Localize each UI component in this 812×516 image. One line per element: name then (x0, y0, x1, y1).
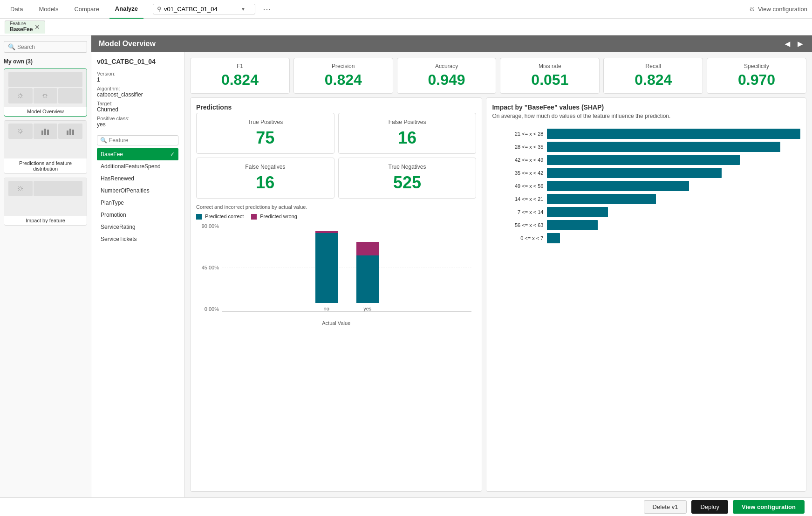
metric-card-miss-rate: Miss rate 0.051 (500, 58, 600, 94)
metric-label-2: Accuracy (403, 63, 491, 69)
metric-value-3: 0.051 (506, 71, 594, 89)
sheet-card-predictions[interactable]: ⛭ Predictions and feature distribution (4, 120, 87, 174)
tab-close-icon[interactable]: ✕ (34, 23, 40, 31)
chart-yaxis: 90.00% 45.00% 0.00% (196, 223, 222, 312)
metric-label-1: Precision (300, 63, 387, 69)
view-config-button[interactable]: ⛭ View configuration (749, 6, 807, 13)
nav-models[interactable]: Models (33, 0, 64, 19)
feature-item-basefee[interactable]: BaseFee✓ (97, 148, 178, 160)
metric-cards: F1 0.824Precision 0.824Accuracy 0.949Mis… (184, 52, 812, 97)
nav-arrows: ◀ ▶ (783, 40, 805, 48)
view-config-bottom-button[interactable]: View configuration (733, 500, 805, 514)
model-search-box: ⚲ ▼ (153, 4, 255, 14)
target-value: Churned (97, 106, 178, 113)
next-arrow[interactable]: ▶ (796, 40, 805, 48)
deploy-button[interactable]: Deploy (691, 500, 728, 514)
shap-row-5: 14 <= x < 21 (492, 194, 800, 204)
shap-bar-container-5 (547, 194, 800, 204)
feature-item-servicetickets[interactable]: ServiceTickets (97, 233, 178, 245)
feature-search-input[interactable] (109, 137, 179, 144)
shap-bar-container-6 (547, 207, 800, 217)
predictions-panel: Predictions True Positives 75False Posit… (190, 97, 482, 492)
feature-item-promotion[interactable]: Promotion (97, 209, 178, 221)
bottom-bar: Delete v1 Deploy View configuration (0, 497, 812, 516)
version-label: Version: (97, 71, 178, 76)
legend-wrong-dot (251, 214, 257, 220)
more-options[interactable]: ⋯ (260, 4, 274, 14)
delete-button[interactable]: Delete v1 (644, 500, 687, 514)
positive-class-value: yes (97, 121, 178, 128)
main-layout: 🔍 My own (3) ⛭ ⛭ Model Overview ⛭ (0, 35, 812, 497)
sheet-thumb-2: ⛭ (4, 121, 87, 158)
sidebar-search-input[interactable] (17, 44, 73, 50)
meta-target: Target: Churned (97, 101, 178, 113)
search-dropdown-arrow[interactable]: ▼ (241, 7, 246, 12)
shap-bar-container-0 (547, 129, 800, 139)
model-overview-header: Model Overview ◀ ▶ (91, 35, 812, 52)
nav-analyze[interactable]: Analyze (109, 0, 143, 19)
feature-item-label: ServiceRating (101, 224, 136, 230)
bar-correct-0 (315, 233, 338, 303)
model-meta: Version: 1 Algorithm: catboost_classifie… (97, 71, 178, 128)
tab-feature-basefee[interactable]: Feature BaseFee ✕ (5, 21, 45, 34)
shap-label-8: 0 <= x < 7 (492, 235, 543, 241)
metric-value-4: 0.824 (609, 71, 697, 89)
feature-check-icon: ✓ (170, 151, 175, 158)
metric-value-1: 0.824 (300, 71, 387, 89)
cm-label-0: True Positives (202, 119, 328, 125)
svg-rect-1 (44, 129, 46, 135)
feature-item-label: HasRenewed (101, 175, 134, 182)
bar-group-no: no (315, 228, 338, 311)
shap-title: Impact by "BaseFee" values (SHAP) (492, 103, 800, 111)
cm-value-0: 75 (202, 128, 328, 148)
chart-plot: no yes (222, 223, 471, 312)
feature-item-hasrenewed[interactable]: HasRenewed (97, 172, 178, 185)
shap-bar-6 (547, 207, 607, 217)
predictions-title: Predictions (196, 103, 476, 111)
cm-cell-false-positives: False Positives 16 (338, 113, 477, 154)
feature-item-numberofpenalties[interactable]: NumberOfPenalties (97, 185, 178, 197)
shap-bar-7 (547, 220, 598, 230)
cm-label-2: False Negatives (202, 164, 328, 170)
shap-bar-3 (547, 168, 722, 178)
svg-rect-2 (47, 130, 49, 135)
feature-item-label: Promotion (101, 212, 126, 218)
feature-item-label: NumberOfPenalties (101, 187, 150, 194)
search-icon: ⚲ (157, 6, 162, 13)
shap-row-7: 56 <= x < 63 (492, 220, 800, 230)
sheet-card-impact[interactable]: ⛭ Impact by feature (4, 178, 87, 226)
view-config-label: View configuration (758, 6, 807, 13)
feature-item-label: BaseFee (101, 151, 123, 158)
nav-data[interactable]: Data (5, 0, 28, 19)
shap-label-5: 14 <= x < 21 (492, 196, 543, 202)
feature-item-servicerating[interactable]: ServiceRating (97, 221, 178, 233)
metric-value-5: 0.970 (713, 71, 800, 89)
meta-positive-class: Positive class: yes (97, 116, 178, 128)
tabs-row: Feature BaseFee ✕ (0, 19, 812, 35)
cm-value-3: 525 (344, 173, 471, 193)
model-search-input[interactable] (164, 6, 239, 13)
shap-row-1: 28 <= x < 35 (492, 142, 800, 152)
nav-compare[interactable]: Compare (68, 0, 104, 19)
shap-bar-container-7 (547, 220, 800, 230)
feature-item-plantype[interactable]: PlanType (97, 197, 178, 209)
sidebar: 🔍 My own (3) ⛭ ⛭ Model Overview ⛭ (0, 35, 91, 497)
sheet-label-1: Model Overview (4, 106, 87, 116)
shap-row-2: 42 <= x < 49 (492, 155, 800, 165)
shap-row-6: 7 <= x < 14 (492, 207, 800, 217)
feature-item-additionalfeaturespend[interactable]: AdditionalFeatureSpend (97, 160, 178, 172)
yaxis-45: 45.00% (202, 265, 219, 270)
feature-list: BaseFee✓AdditionalFeatureSpendHasRenewed… (97, 148, 178, 245)
chart-subtitle: Correct and incorrect predictions by act… (196, 204, 476, 210)
sheet-card-model-overview[interactable]: ⛭ ⛭ Model Overview (4, 69, 87, 117)
shap-row-4: 49 <= x < 56 (492, 181, 800, 191)
metric-card-recall: Recall 0.824 (603, 58, 703, 94)
legend-wrong: Predicted wrong (251, 213, 297, 220)
shap-label-0: 21 <= x < 28 (492, 131, 543, 137)
lower-panels: Predictions True Positives 75False Posit… (184, 97, 812, 497)
prev-arrow[interactable]: ◀ (783, 40, 792, 48)
thumb-icon-1: ⛭ (17, 92, 24, 100)
shap-panel: Impact by "BaseFee" values (SHAP) On ave… (486, 97, 806, 492)
algorithm-value: catboost_classifier (97, 91, 178, 98)
shap-bar-8 (547, 233, 560, 243)
